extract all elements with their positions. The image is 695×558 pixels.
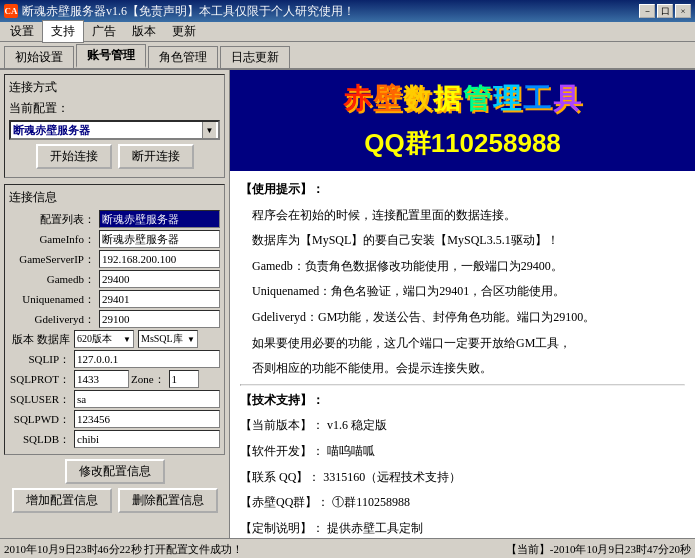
left-panel: 连接方式 当前配置： 断魂赤壁服务器 ▼ 开始连接 断开连接 连接信息 配置列表…: [0, 70, 230, 538]
config-list-label: 配置列表：: [9, 212, 99, 227]
uniquenamed-row: Uniquenamed： 29401: [9, 290, 220, 308]
app-icon: CA: [4, 4, 18, 18]
gdeliveryd-label: Gdeliveryd：: [9, 312, 99, 327]
gameserverip-row: GameServerIP： 192.168.200.100: [9, 250, 220, 268]
current-version-label: 【当前版本】：: [240, 418, 324, 432]
help-line-5: Gdeliveryd：GM功能，发送公告、封停角色功能。端口为29100。: [240, 307, 685, 329]
gamedb-label: Gamedb：: [9, 272, 99, 287]
help-title: 【使用提示】：: [240, 179, 685, 201]
connection-type-section: 连接方式 当前配置： 断魂赤壁服务器 ▼ 开始连接 断开连接: [4, 74, 225, 178]
uniquenamed-value: 29401: [99, 290, 220, 308]
tab-initial-settings[interactable]: 初始设置: [4, 46, 74, 68]
brand-char-3: 数: [403, 83, 433, 114]
window-title: 断魂赤壁服务器v1.6【免责声明】本工具仅限于个人研究使用！: [22, 3, 355, 20]
add-delete-buttons: 增加配置信息 删除配置信息: [4, 488, 225, 513]
chibi-qq-row: 【赤壁QQ群】： ①群110258988: [240, 492, 685, 514]
custom-row: 【定制说明】： 提供赤壁工具定制: [240, 518, 685, 538]
zone-label: Zone：: [131, 372, 165, 387]
sqldb-input[interactable]: chibi: [74, 430, 220, 448]
help-line-6: 如果要使用必要的功能，这几个端口一定要开放给GM工具，: [240, 333, 685, 355]
db-select[interactable]: MsSQL库 ▼: [138, 330, 198, 348]
menu-support[interactable]: 支持: [42, 20, 84, 43]
disconnect-button[interactable]: 断开连接: [118, 144, 194, 169]
status-left-text: 2010年10月9日23时46分22秒 打开配置文件成功！: [4, 542, 506, 557]
title-bar-text: CA 断魂赤壁服务器v1.6【免责声明】本工具仅限于个人研究使用！: [4, 3, 355, 20]
menu-version[interactable]: 版本: [124, 21, 164, 42]
tab-account-management[interactable]: 账号管理: [76, 44, 146, 68]
sqlpwd-row: SQLPWD： 123456: [9, 410, 220, 428]
help-line-3: Gamedb：负责角色数据修改功能使用，一般端口为29400。: [240, 256, 685, 278]
brand-char-4: 据: [433, 83, 463, 114]
sqlpwd-input[interactable]: 123456: [74, 410, 220, 428]
tab-bar: 初始设置 账号管理 角色管理 日志更新: [0, 42, 695, 70]
connection-info-section: 连接信息 配置列表： 断魂赤壁服务器 GameInfo： 断魂赤壁服务器 Gam…: [4, 184, 225, 455]
sqlprot-input[interactable]: 1433: [74, 370, 129, 388]
menu-settings[interactable]: 设置: [2, 21, 42, 42]
version-value: 620版本: [77, 332, 112, 346]
delete-config-button[interactable]: 删除配置信息: [118, 488, 218, 513]
tech-support-title: 【技术支持】：: [240, 390, 685, 412]
gdeliveryd-row: Gdeliveryd： 29100: [9, 310, 220, 328]
current-version-value: v1.6 稳定版: [327, 418, 387, 432]
brand-title: 赤壁数据管理工具: [240, 80, 685, 118]
qq-contact-label: 【联系 QQ】：: [240, 470, 320, 484]
connect-button[interactable]: 开始连接: [36, 144, 112, 169]
version-label: 版本 数据库: [9, 332, 74, 347]
sqluser-input[interactable]: sa: [74, 390, 220, 408]
brand-char-6: 理: [493, 83, 523, 114]
sqldb-row: SQLDB： chibi: [9, 430, 220, 448]
current-config-label: 当前配置：: [9, 100, 69, 117]
custom-value: 提供赤壁工具定制: [327, 521, 423, 535]
minimize-button[interactable]: －: [639, 4, 655, 18]
config-select[interactable]: 断魂赤壁服务器 ▼: [9, 120, 220, 140]
config-select-value: 断魂赤壁服务器: [13, 123, 90, 138]
gameserverip-value: 192.168.200.100: [99, 250, 220, 268]
maximize-button[interactable]: 口: [657, 4, 673, 18]
connect-buttons: 开始连接 断开连接: [9, 144, 220, 169]
sqluser-row: SQLUSER： sa: [9, 390, 220, 408]
menu-bar: 设置 支持 广告 版本 更新: [0, 22, 695, 42]
help-line-1: 程序会在初始的时候，连接配置里面的数据连接。: [240, 205, 685, 227]
version-select[interactable]: 620版本 ▼: [74, 330, 134, 348]
config-list-value: 断魂赤壁服务器: [99, 210, 220, 228]
modify-button-row: 修改配置信息: [4, 459, 225, 484]
modify-config-button[interactable]: 修改配置信息: [65, 459, 165, 484]
gameinfo-value: 断魂赤壁服务器: [99, 230, 220, 248]
dev-label: 【软件开发】：: [240, 444, 324, 458]
config-list-row: 配置列表： 断魂赤壁服务器: [9, 210, 220, 228]
chibi-qq-label: 【赤壁QQ群】：: [240, 495, 329, 509]
brand-char-8: 具: [553, 83, 583, 114]
tab-log-update[interactable]: 日志更新: [220, 46, 290, 68]
close-button[interactable]: ×: [675, 4, 691, 18]
sqlip-row: SQLIP： 127.0.0.1: [9, 350, 220, 368]
brand-char-5: 管: [463, 83, 493, 114]
db-value: MsSQL库: [141, 332, 183, 346]
qq-label: QQ群: [364, 128, 430, 158]
status-right-text: 【当前】-2010年10月9日23时47分20秒: [506, 542, 691, 557]
uniquenamed-label: Uniquenamed：: [9, 292, 99, 307]
brand-header: 赤壁数据管理工具 QQ群110258988: [230, 70, 695, 171]
status-bar: 2010年10月9日23时46分22秒 打开配置文件成功！ 【当前】-2010年…: [0, 538, 695, 558]
sqlpwd-label: SQLPWD：: [9, 412, 74, 427]
sqluser-label: SQLUSER：: [9, 392, 74, 407]
sqlip-input[interactable]: 127.0.0.1: [74, 350, 220, 368]
title-bar: CA 断魂赤壁服务器v1.6【免责声明】本工具仅限于个人研究使用！ － 口 ×: [0, 0, 695, 22]
help-line-7: 否则相应的功能不能使用。会提示连接失败。: [240, 358, 685, 380]
connection-type-title: 连接方式: [9, 79, 220, 96]
version-db-row: 版本 数据库 620版本 ▼ MsSQL库 ▼: [9, 330, 220, 348]
brand-char-7: 工: [523, 83, 553, 114]
title-controls: － 口 ×: [639, 4, 691, 18]
qq-contact-value: 3315160（远程技术支持）: [323, 470, 461, 484]
menu-update[interactable]: 更新: [164, 21, 204, 42]
help-line-4: Uniquenamed：角色名验证，端口为29401，合区功能使用。: [240, 281, 685, 303]
zone-input[interactable]: 1: [169, 370, 199, 388]
right-panel: 赤壁数据管理工具 QQ群110258988 【使用提示】： 程序会在初始的时候，…: [230, 70, 695, 538]
sqlprot-row: SQLPROT： 1433 Zone： 1: [9, 370, 220, 388]
gamedb-value: 29400: [99, 270, 220, 288]
main-content: 连接方式 当前配置： 断魂赤壁服务器 ▼ 开始连接 断开连接 连接信息 配置列表…: [0, 70, 695, 538]
tab-role-management[interactable]: 角色管理: [148, 46, 218, 68]
chibi-qq-value: ①群110258988: [332, 495, 410, 509]
config-select-arrow: ▼: [202, 122, 216, 138]
add-config-button[interactable]: 增加配置信息: [12, 488, 112, 513]
menu-ads[interactable]: 广告: [84, 21, 124, 42]
